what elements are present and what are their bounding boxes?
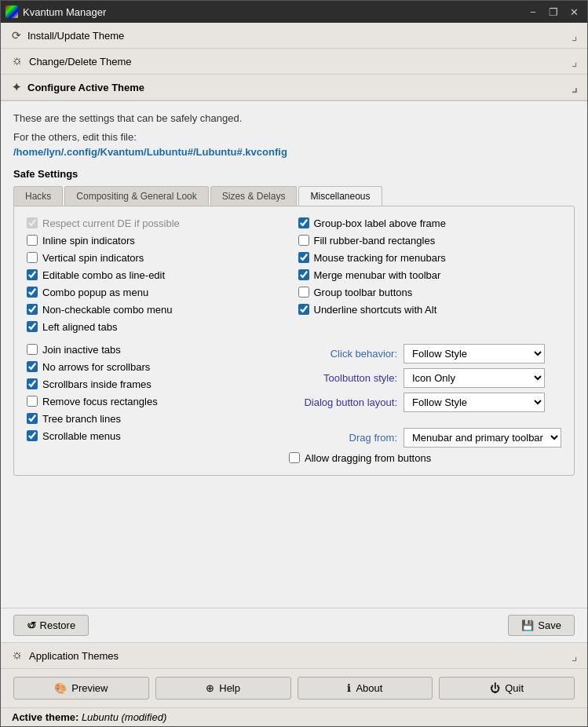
tab-hacks[interactable]: Hacks [13,186,63,206]
check-editable-combo-label: Editable combo as line-edit [42,269,165,281]
check-remove-focus[interactable]: Remove focus rectangles [27,396,268,407]
check-scrollbars-frames-label: Scrollbars inside frames [42,378,152,390]
dialog-button-layout-select[interactable]: Follow Style KDE Layout Gnome Layout Mac… [404,393,545,412]
nav-arrow-configure: ⌟ [572,80,578,95]
app-themes-arrow: ⌟ [572,648,578,663]
about-icon: ℹ [347,682,351,694]
close-button[interactable]: ✕ [565,5,583,19]
nav-item-install-label: Install/Update Theme [27,30,124,42]
app-themes-icon: ⛭ [12,649,23,662]
nav-arrow-change: ⌟ [572,54,578,69]
bottom-right-dropdowns: Click behavior: Follow Style Text Beside… [287,344,561,464]
check-join-inactive[interactable]: Join inactive tabs [27,344,268,356]
nav-item-configure[interactable]: ✦ Configure Active Theme ⌟ [1,75,587,100]
tab-compositing[interactable]: Compositing & General Look [64,186,208,206]
tab-content-misc: Respect current DE if possible Inline sp… [13,206,575,476]
info-line2: For the others, edit this file: /home/ly… [13,130,575,160]
check-allow-drag-buttons-label: Allow dragging from buttons [305,452,431,464]
dropdown-toolbutton-row: Toolbutton style: Follow Style Icon Only… [287,368,561,388]
help-button[interactable]: ⊕ Help [155,677,291,700]
nav-item-change-label: Change/Delete Theme [29,56,132,68]
check-combo-popup[interactable]: Combo popup as menu [27,287,290,298]
check-vertical-spin[interactable]: Vertical spin indicators [27,252,290,264]
status-prefix: Active theme: [12,711,79,723]
configure-icon: ✦ [12,81,21,93]
nav-arrow-install: ⌟ [572,28,578,43]
check-respect-de-label: Respect current DE if possible [42,217,180,229]
check-fill-rubber-label: Fill rubber-band rectangles [314,235,436,247]
check-merge-menubar[interactable]: Merge menubar with toolbar [298,269,562,281]
minimize-button[interactable]: − [524,5,542,19]
click-behavior-select[interactable]: Follow Style Text Beside Icon Icon Only [404,344,545,364]
check-tree-branch-label: Tree branch lines [42,413,121,425]
install-icon: ⟳ [12,29,21,42]
about-label: About [356,682,382,694]
footer-buttons: 🎨 Preview ⊕ Help ℹ About ⏻ Quit [1,669,587,707]
check-left-aligned-tabs[interactable]: Left aligned tabs [27,321,290,333]
app-themes-label: Application Themes [29,650,119,662]
app-themes-header[interactable]: ⛭ Application Themes ⌟ [1,643,587,669]
save-icon: 💾 [521,619,534,631]
help-icon: ⊕ [206,682,214,694]
top-checkbox-grid: Respect current DE if possible Inline sp… [27,217,561,333]
window-title: Kvantum Manager [23,6,106,18]
dropdown-click-behavior-row: Click behavior: Follow Style Text Beside… [287,344,561,364]
check-no-arrows[interactable]: No arrows for scrollbars [27,361,268,373]
check-mouse-tracking-label: Mouse tracking for menubars [314,252,446,264]
tab-sizes[interactable]: Sizes & Delays [210,186,298,206]
check-noncheckable-combo[interactable]: Non-checkable combo menu [27,304,290,316]
preview-button[interactable]: 🎨 Preview [13,677,149,700]
tab-miscellaneous[interactable]: Miscellaneous [298,186,382,206]
titlebar-left: Kvantum Manager [5,5,106,18]
main-window: Kvantum Manager − ❐ ✕ ⟳ Install/Update T… [0,0,588,727]
quit-label: Quit [505,682,524,694]
main-content: These are the settings that can be safel… [1,101,587,608]
check-scrollable-menus-label: Scrollable menus [42,430,121,442]
check-no-arrows-label: No arrows for scrollbars [42,361,150,373]
safe-settings-title: Safe Settings [13,168,575,180]
drag-from-label: Drag from: [287,432,397,444]
bottom-left-checks: Join inactive tabs No arrows for scrollb… [27,344,268,464]
check-scrollable-menus[interactable]: Scrollable menus [27,430,268,442]
info-line1: These are the settings that can be safel… [13,111,575,126]
check-scrollbars-frames[interactable]: Scrollbars inside frames [27,378,268,390]
help-label: Help [219,682,240,694]
quit-button[interactable]: ⏻ Quit [439,677,575,700]
preview-icon: 🎨 [54,682,67,694]
check-combo-popup-label: Combo popup as menu [42,287,148,298]
about-button[interactable]: ℹ About [298,677,433,700]
check-mouse-tracking[interactable]: Mouse tracking for menubars [298,252,562,264]
save-button[interactable]: 💾 Save [508,615,575,636]
check-groupbox-label-label: Group-box label above frame [314,217,446,229]
bottom-mixed-area: Join inactive tabs No arrows for scrollb… [27,344,561,464]
nav-item-change[interactable]: ⛭ Change/Delete Theme ⌟ [1,49,587,75]
config-file-link[interactable]: /home/lyn/.config/Kvantum/Lubuntu#/Lubun… [13,146,287,158]
restore-button[interactable]: ↺ ↺ Restore [13,615,89,636]
check-merge-menubar-label: Merge menubar with toolbar [314,269,441,281]
dialog-button-layout-label: Dialog button layout: [287,396,397,408]
preview-label: Preview [71,682,108,694]
check-tree-branch[interactable]: Tree branch lines [27,413,268,425]
restore-button[interactable]: ❐ [545,5,562,19]
check-allow-drag-buttons[interactable]: Allow dragging from buttons [289,452,561,464]
check-groupbox-label[interactable]: Group-box label above frame [298,217,562,229]
drag-from-select[interactable]: Menubar and primary toolbar Menubar Prim… [404,428,561,448]
check-vertical-spin-label: Vertical spin indicators [42,252,144,264]
check-inline-spin-label: Inline spin indicators [42,235,135,247]
check-fill-rubber[interactable]: Fill rubber-band rectangles [298,235,562,247]
nav-section: ⟳ Install/Update Theme ⌟ ⛭ Change/Delete… [1,23,587,101]
quit-icon: ⏻ [490,682,500,694]
toolbutton-style-select[interactable]: Follow Style Icon Only Text Only Text Be… [404,368,545,388]
check-underline-shortcuts[interactable]: Underline shortcuts with Alt [298,304,562,316]
check-respect-de[interactable]: Respect current DE if possible [27,217,290,229]
check-editable-combo[interactable]: Editable combo as line-edit [27,269,290,281]
tab-bar: Hacks Compositing & General Look Sizes &… [13,186,575,206]
titlebar-controls: − ❐ ✕ [524,5,583,19]
nav-item-install[interactable]: ⟳ Install/Update Theme ⌟ [1,23,587,49]
dropdown-dialog-button-row: Dialog button layout: Follow Style KDE L… [287,393,561,412]
check-inline-spin[interactable]: Inline spin indicators [27,235,290,247]
app-icon [5,5,18,18]
status-theme: Lubuntu (modified) [82,711,166,723]
check-left-aligned-tabs-label: Left aligned tabs [42,321,117,333]
check-group-toolbar[interactable]: Group toolbar buttons [298,287,562,298]
